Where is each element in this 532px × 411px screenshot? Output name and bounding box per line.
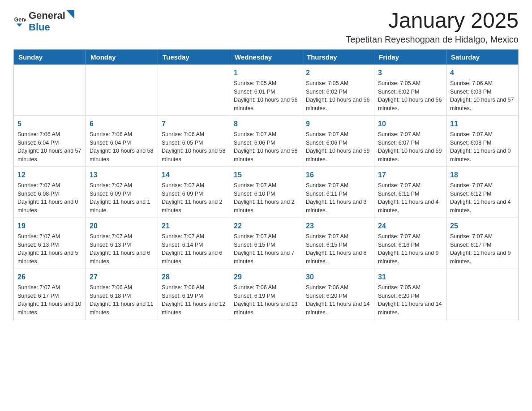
calendar-day-cell — [446, 269, 519, 320]
calendar-header-row: SundayMondayTuesdayWednesdayThursdayFrid… — [14, 49, 519, 64]
day-number: 3 — [378, 68, 442, 78]
calendar-day-cell — [14, 64, 86, 116]
day-info: Sunrise: 7:06 AM Sunset: 6:19 PM Dayligh… — [234, 283, 298, 317]
calendar-day-cell: 23Sunrise: 7:07 AM Sunset: 6:15 PM Dayli… — [302, 218, 374, 269]
calendar-header-cell: Tuesday — [158, 49, 230, 64]
day-info: Sunrise: 7:05 AM Sunset: 6:02 PM Dayligh… — [306, 79, 370, 113]
day-info: Sunrise: 7:07 AM Sunset: 6:17 PM Dayligh… — [17, 283, 82, 317]
day-number: 27 — [90, 272, 154, 283]
day-number: 28 — [162, 272, 226, 283]
calendar-day-cell: 13Sunrise: 7:07 AM Sunset: 6:09 PM Dayli… — [86, 167, 158, 218]
day-number: 29 — [234, 272, 298, 283]
calendar-day-cell: 31Sunrise: 7:05 AM Sunset: 6:20 PM Dayli… — [374, 269, 446, 320]
calendar-day-cell: 25Sunrise: 7:07 AM Sunset: 6:17 PM Dayli… — [446, 218, 519, 269]
calendar-week-row: 5Sunrise: 7:06 AM Sunset: 6:04 PM Daylig… — [14, 116, 519, 167]
day-number: 18 — [450, 170, 515, 180]
calendar-day-cell: 29Sunrise: 7:06 AM Sunset: 6:19 PM Dayli… — [230, 269, 302, 320]
day-info: Sunrise: 7:06 AM Sunset: 6:04 PM Dayligh… — [90, 130, 154, 164]
calendar-day-cell: 14Sunrise: 7:07 AM Sunset: 6:09 PM Dayli… — [158, 167, 230, 218]
calendar-day-cell: 15Sunrise: 7:07 AM Sunset: 6:10 PM Dayli… — [230, 167, 302, 218]
day-number: 31 — [378, 272, 442, 283]
calendar-day-cell: 1Sunrise: 7:05 AM Sunset: 6:01 PM Daylig… — [230, 64, 302, 116]
day-number: 21 — [162, 221, 226, 231]
calendar-week-row: 12Sunrise: 7:07 AM Sunset: 6:08 PM Dayli… — [14, 167, 519, 218]
day-number: 2 — [306, 68, 370, 78]
day-info: Sunrise: 7:07 AM Sunset: 6:07 PM Dayligh… — [378, 130, 442, 164]
day-number: 4 — [450, 68, 515, 78]
calendar-table: SundayMondayTuesdayWednesdayThursdayFrid… — [13, 49, 519, 320]
day-number: 12 — [17, 170, 82, 180]
day-number: 10 — [378, 119, 442, 129]
day-number: 15 — [234, 170, 298, 180]
location-title: Tepetitan Reyeshogpan de Hidalgo, Mexico — [346, 34, 519, 45]
page-header: General General Blue January 2025 Tepeti… — [13, 9, 519, 45]
calendar-body: 1Sunrise: 7:05 AM Sunset: 6:01 PM Daylig… — [14, 64, 519, 320]
day-info: Sunrise: 7:07 AM Sunset: 6:08 PM Dayligh… — [450, 130, 515, 164]
calendar-day-cell: 9Sunrise: 7:07 AM Sunset: 6:06 PM Daylig… — [302, 116, 374, 167]
calendar-header-cell: Monday — [86, 49, 158, 64]
day-number: 14 — [162, 170, 226, 180]
calendar-day-cell: 20Sunrise: 7:07 AM Sunset: 6:13 PM Dayli… — [86, 218, 158, 269]
day-info: Sunrise: 7:07 AM Sunset: 6:11 PM Dayligh… — [306, 181, 370, 215]
day-number: 5 — [17, 119, 82, 129]
calendar-day-cell: 8Sunrise: 7:07 AM Sunset: 6:06 PM Daylig… — [230, 116, 302, 167]
day-info: Sunrise: 7:07 AM Sunset: 6:06 PM Dayligh… — [234, 130, 298, 164]
day-info: Sunrise: 7:07 AM Sunset: 6:08 PM Dayligh… — [17, 181, 82, 215]
calendar-day-cell: 4Sunrise: 7:06 AM Sunset: 6:03 PM Daylig… — [446, 64, 519, 116]
calendar-header-cell: Friday — [374, 49, 446, 64]
calendar-day-cell: 16Sunrise: 7:07 AM Sunset: 6:11 PM Dayli… — [302, 167, 374, 218]
day-info: Sunrise: 7:07 AM Sunset: 6:15 PM Dayligh… — [306, 232, 370, 266]
calendar-day-cell: 22Sunrise: 7:07 AM Sunset: 6:15 PM Dayli… — [230, 218, 302, 269]
calendar-week-row: 26Sunrise: 7:07 AM Sunset: 6:17 PM Dayli… — [14, 269, 519, 320]
day-number: 8 — [234, 119, 298, 129]
logo: General General Blue — [13, 9, 76, 33]
calendar-header-cell: Saturday — [446, 49, 519, 64]
day-number: 19 — [17, 221, 82, 231]
calendar-header-cell: Wednesday — [230, 49, 302, 64]
day-number: 20 — [90, 221, 154, 231]
day-number: 1 — [234, 68, 298, 78]
day-info: Sunrise: 7:07 AM Sunset: 6:09 PM Dayligh… — [90, 181, 154, 215]
day-number: 25 — [450, 221, 515, 231]
day-info: Sunrise: 7:05 AM Sunset: 6:20 PM Dayligh… — [378, 283, 442, 317]
calendar-day-cell: 28Sunrise: 7:06 AM Sunset: 6:19 PM Dayli… — [158, 269, 230, 320]
calendar-day-cell: 18Sunrise: 7:07 AM Sunset: 6:12 PM Dayli… — [446, 167, 519, 218]
day-number: 9 — [306, 119, 370, 129]
calendar-day-cell: 12Sunrise: 7:07 AM Sunset: 6:08 PM Dayli… — [14, 167, 86, 218]
svg-marker-1 — [17, 24, 22, 27]
calendar-day-cell: 11Sunrise: 7:07 AM Sunset: 6:08 PM Dayli… — [446, 116, 519, 167]
day-info: Sunrise: 7:05 AM Sunset: 6:02 PM Dayligh… — [378, 79, 442, 113]
day-number: 11 — [450, 119, 515, 129]
calendar-day-cell: 21Sunrise: 7:07 AM Sunset: 6:14 PM Dayli… — [158, 218, 230, 269]
calendar-week-row: 19Sunrise: 7:07 AM Sunset: 6:13 PM Dayli… — [14, 218, 519, 269]
calendar-day-cell — [158, 64, 230, 116]
day-info: Sunrise: 7:07 AM Sunset: 6:12 PM Dayligh… — [450, 181, 515, 215]
day-number: 13 — [90, 170, 154, 180]
day-info: Sunrise: 7:07 AM Sunset: 6:11 PM Dayligh… — [378, 181, 442, 215]
day-info: Sunrise: 7:07 AM Sunset: 6:06 PM Dayligh… — [306, 130, 370, 164]
day-number: 16 — [306, 170, 370, 180]
calendar-day-cell: 10Sunrise: 7:07 AM Sunset: 6:07 PM Dayli… — [374, 116, 446, 167]
day-info: Sunrise: 7:07 AM Sunset: 6:09 PM Dayligh… — [162, 181, 226, 215]
day-info: Sunrise: 7:06 AM Sunset: 6:19 PM Dayligh… — [162, 283, 226, 317]
calendar-day-cell: 7Sunrise: 7:06 AM Sunset: 6:05 PM Daylig… — [158, 116, 230, 167]
day-info: Sunrise: 7:05 AM Sunset: 6:01 PM Dayligh… — [234, 79, 298, 113]
day-info: Sunrise: 7:06 AM Sunset: 6:20 PM Dayligh… — [306, 283, 370, 317]
day-number: 24 — [378, 221, 442, 231]
day-number: 22 — [234, 221, 298, 231]
day-number: 17 — [378, 170, 442, 180]
calendar-day-cell: 17Sunrise: 7:07 AM Sunset: 6:11 PM Dayli… — [374, 167, 446, 218]
day-number: 23 — [306, 221, 370, 231]
month-title: January 2025 — [346, 9, 519, 33]
day-info: Sunrise: 7:07 AM Sunset: 6:13 PM Dayligh… — [90, 232, 154, 266]
svg-marker-2 — [66, 10, 74, 19]
day-number: 6 — [90, 119, 154, 129]
calendar-header-cell: Thursday — [302, 49, 374, 64]
calendar-day-cell: 3Sunrise: 7:05 AM Sunset: 6:02 PM Daylig… — [374, 64, 446, 116]
calendar-day-cell: 5Sunrise: 7:06 AM Sunset: 6:04 PM Daylig… — [14, 116, 86, 167]
calendar-day-cell: 26Sunrise: 7:07 AM Sunset: 6:17 PM Dayli… — [14, 269, 86, 320]
day-number: 26 — [17, 272, 82, 283]
logo-general-text: General — [29, 10, 65, 21]
calendar-day-cell: 30Sunrise: 7:06 AM Sunset: 6:20 PM Dayli… — [302, 269, 374, 320]
logo-blue-text: Blue — [29, 21, 50, 33]
